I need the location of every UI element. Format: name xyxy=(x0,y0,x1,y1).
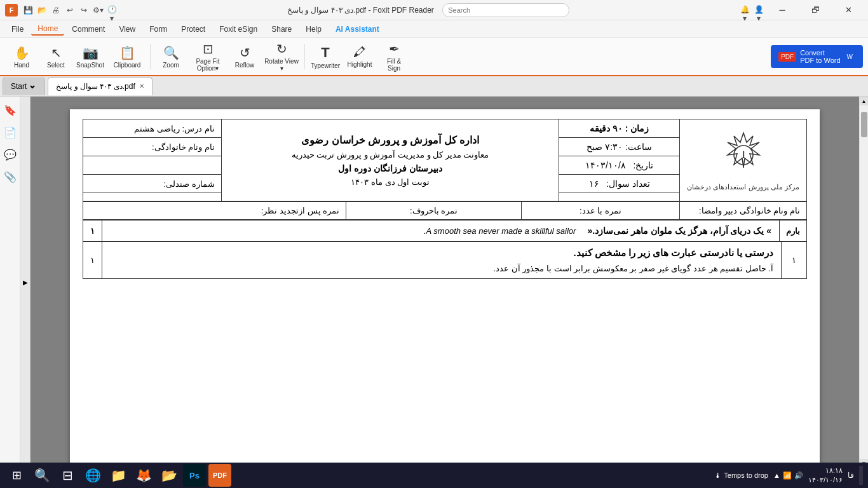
seat-label: شماره صندلی: xyxy=(164,179,215,189)
left-sidebar: 🔖 📄 💬 📎 xyxy=(0,97,20,468)
quote-english: A smooth sea never made a skillful sailo… xyxy=(424,226,576,236)
zoom-label: Zoom xyxy=(163,62,179,69)
menu-comment[interactable]: Comment xyxy=(65,24,111,35)
taskbar-explorer[interactable]: 📁 xyxy=(107,464,130,487)
start-button[interactable]: ⊞ xyxy=(5,464,28,487)
rotateview-label: Rotate View ▾ xyxy=(262,58,301,72)
scroll-up-button[interactable]: ▲ xyxy=(860,97,868,105)
sep2 xyxy=(304,44,305,69)
notification-button[interactable]: 🔔▾ xyxy=(740,5,750,15)
score-num-label: نمره با عدد: xyxy=(580,206,621,215)
account-button[interactable]: 👤▾ xyxy=(754,5,764,15)
save-button[interactable]: 💾 xyxy=(23,5,33,15)
hand-icon: ✋ xyxy=(14,45,30,60)
more-button[interactable]: ⚙▾ xyxy=(93,5,103,15)
window-title: دی ۴۰۳ سوال و پاسخ.pdf - Foxit PDF Reade… xyxy=(117,3,740,17)
q-number-cell: ۱ xyxy=(83,220,102,241)
tab-start[interactable]: Start ▾ xyxy=(3,78,45,95)
typewriter-tool[interactable]: T Typewriter xyxy=(309,40,342,73)
reflow-tool[interactable]: ↺ Reflow xyxy=(228,40,261,73)
titlebar: F 💾 📂 🖨 ↩ ↪ ⚙▾ 🕐▾ دی ۴۰۳ سوال و پاسخ.pdf… xyxy=(0,0,868,20)
sidebar-attachments-icon[interactable]: 📎 xyxy=(1,168,19,186)
pdf-page: ا مرکز ملی پرورش استعدادهای درخشان زمان … xyxy=(70,109,820,468)
taskbar-firefox[interactable]: 🦊 xyxy=(132,464,155,487)
quote-table: بارم » یک دریای آرام، هرگز یک ملوان ماهر… xyxy=(83,220,807,241)
maximize-button[interactable]: 🗗 xyxy=(801,0,830,20)
taskbar-temp: 🌡 Temps to drop xyxy=(714,471,768,479)
snapshot-tool[interactable]: 📷 SnapShot xyxy=(74,40,107,73)
taskbar-date: ۱۴۰۳/۱۰/۱۶ xyxy=(808,475,843,485)
taskbar-edge[interactable]: 🌐 xyxy=(81,464,104,487)
history-button[interactable]: 🕐▾ xyxy=(107,5,117,15)
main-area: 🔖 📄 💬 📎 ▶ xyxy=(0,97,868,468)
sidebar-pages-icon[interactable]: 📄 xyxy=(1,124,19,141)
pdf-tab-label: دی ۴۰۳ سوال و پاسخ.pdf xyxy=(56,82,135,91)
pagefit-tool[interactable]: ⊡ Page FitOption▾ xyxy=(189,40,227,73)
toolbar: ✋ Hand ↖ Select 📷 SnapShot 📋 Clipboard 🔍… xyxy=(0,38,868,76)
typewriter-icon: T xyxy=(321,44,329,61)
pdf-viewer[interactable]: ا مرکز ملی پرورش استعدادهای درخشان زمان … xyxy=(31,97,859,468)
snapshot-label: SnapShot xyxy=(76,62,104,69)
menu-share[interactable]: Share xyxy=(265,24,298,35)
convert-label: ConvertPDF to Word xyxy=(800,49,840,64)
hand-label: Hand xyxy=(14,62,29,69)
minimize-button[interactable]: ─ xyxy=(768,0,797,20)
word-icon: W xyxy=(844,52,855,62)
print-button[interactable]: 🖨 xyxy=(51,5,61,15)
select-label: Select xyxy=(47,62,65,69)
open-button[interactable]: 📂 xyxy=(37,5,47,15)
menu-view[interactable]: View xyxy=(112,24,142,35)
app-logo: F xyxy=(5,4,18,17)
menu-home[interactable]: Home xyxy=(31,23,64,36)
undo-button[interactable]: ↩ xyxy=(65,5,75,15)
date-label: تاریخ: ۱۴۰۳/۱۰/۸ xyxy=(585,160,653,170)
tab-pdf[interactable]: دی ۴۰۳ سوال و پاسخ.pdf ✕ xyxy=(48,78,152,95)
menu-protect[interactable]: Protect xyxy=(175,24,212,35)
sub-org: معاونت مدیر کل و مدیریت آموزش و پرورش تر… xyxy=(228,150,553,159)
start-tab-label: Start xyxy=(11,82,27,91)
taskbar-taskview[interactable]: ⊟ xyxy=(56,464,79,487)
titlebar-right: 🔔▾ 👤▾ ─ 🗗 ✕ xyxy=(740,0,863,20)
select-tool[interactable]: ↖ Select xyxy=(39,40,72,73)
taskbar-files[interactable]: 📂 xyxy=(158,464,180,487)
scroll-thumb[interactable] xyxy=(861,112,867,137)
start-tab-dropdown[interactable]: ▾ xyxy=(31,83,37,91)
menu-file[interactable]: File xyxy=(5,24,30,35)
sidebar-collapse-button[interactable]: ▶ xyxy=(20,97,31,468)
sidebar-bookmark-icon[interactable]: 🔖 xyxy=(1,102,19,119)
highlight-tool[interactable]: 🖍 Highlight xyxy=(343,40,376,73)
highlight-icon: 🖍 xyxy=(353,45,366,60)
menu-esign[interactable]: Foxit eSign xyxy=(213,24,264,35)
sound-icon: 🔊 xyxy=(794,471,803,480)
taskbar-foxit[interactable]: PDF xyxy=(208,464,231,487)
sep1 xyxy=(150,44,151,69)
logo-svg: ا xyxy=(718,130,769,180)
menu-help[interactable]: Help xyxy=(299,24,328,35)
tab-close-button[interactable]: ✕ xyxy=(139,83,144,90)
period-label: نوبت اول دی ماه ۱۴۰۳ xyxy=(228,177,553,187)
fillsign-tool[interactable]: ✒ Fill &Sign xyxy=(377,40,410,73)
zoom-tool[interactable]: 🔍 Zoom xyxy=(154,40,187,73)
tabbar: Start ▾ دی ۴۰۳ سوال و پاسخ.pdf ✕ xyxy=(0,76,868,97)
close-button[interactable]: ✕ xyxy=(834,0,863,20)
pdf-content: ا مرکز ملی پرورش استعدادهای درخشان زمان … xyxy=(70,109,820,288)
rotateview-tool[interactable]: ↻ Rotate View ▾ xyxy=(262,40,301,73)
clipboard-tool[interactable]: 📋 Clipboard xyxy=(108,40,146,73)
sidebar-comments-icon[interactable]: 💬 xyxy=(1,146,19,163)
scroll-track[interactable] xyxy=(860,105,868,459)
menu-ai[interactable]: AI Assistant xyxy=(329,24,386,35)
show-desktop-button[interactable] xyxy=(859,466,863,485)
menu-form[interactable]: Form xyxy=(143,24,173,35)
search-input[interactable] xyxy=(442,3,569,17)
thermometer-icon: 🌡 xyxy=(714,471,721,479)
convert-pdf-button[interactable]: PDF ConvertPDF to Word W xyxy=(771,45,863,68)
taskbar-photoshop[interactable]: Ps xyxy=(183,464,206,487)
hand-tool[interactable]: ✋ Hand xyxy=(5,40,38,73)
tray-arrow-icon[interactable]: ▲ xyxy=(773,471,780,479)
clipboard-label: Clipboard xyxy=(114,62,141,69)
redo-button[interactable]: ↪ xyxy=(79,5,89,15)
time-label: زمان : ۹۰ دقیقه xyxy=(590,123,649,133)
scrollbar[interactable]: ▲ ▼ xyxy=(859,97,868,468)
school-name: دبیرستان فرزانگان دوره اول xyxy=(228,163,553,173)
taskbar-search[interactable]: 🔍 xyxy=(31,464,53,487)
